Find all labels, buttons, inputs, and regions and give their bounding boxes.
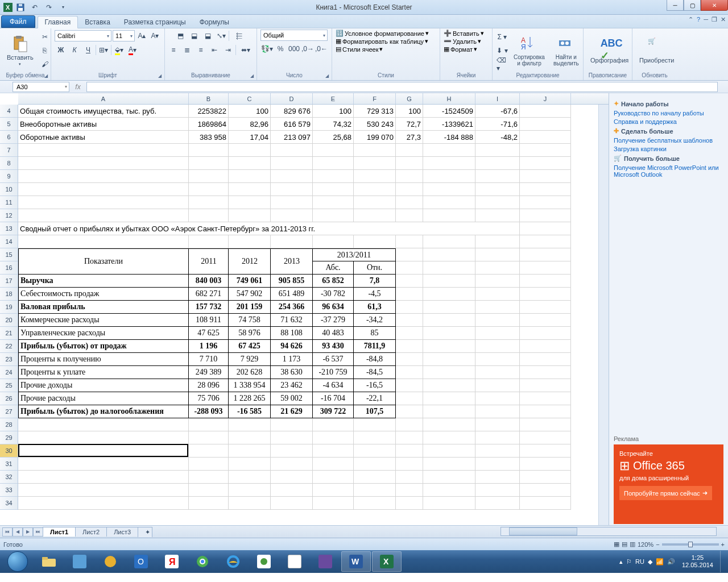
name-box[interactable]: A30	[13, 82, 69, 92]
cell[interactable]: 82,96	[229, 118, 271, 131]
cell[interactable]	[18, 418, 189, 431]
cell[interactable]: 7,8	[354, 275, 396, 288]
maximize-button[interactable]: ▢	[684, 0, 701, 11]
cell[interactable]	[229, 248, 271, 261]
cell[interactable]	[271, 209, 313, 222]
cell[interactable]	[475, 235, 520, 248]
cell[interactable]	[229, 431, 271, 444]
font-name-select[interactable]: Calibri	[55, 30, 111, 41]
dec-decimal-icon[interactable]: ,0←	[315, 43, 328, 55]
cell[interactable]	[520, 484, 571, 497]
doc-minimize-icon[interactable]: ─	[704, 16, 708, 23]
cell[interactable]: Прочие расходы	[18, 392, 189, 405]
tray-clock[interactable]: 1:2512.05.2014	[679, 554, 717, 569]
cell[interactable]	[520, 444, 571, 458]
cell[interactable]: 75 706	[189, 392, 229, 405]
cell[interactable]	[271, 261, 313, 275]
cell[interactable]: 59 002	[271, 392, 313, 405]
cell[interactable]	[313, 431, 354, 444]
doc-restore-icon[interactable]: ❐	[712, 16, 717, 23]
row-header-32[interactable]: 32	[0, 471, 18, 484]
cell[interactable]	[313, 170, 354, 183]
cell[interactable]	[423, 431, 475, 444]
sheet-tab-3[interactable]: Лист3	[106, 527, 138, 537]
cell[interactable]: 17,04	[229, 131, 271, 144]
cell[interactable]	[423, 248, 475, 261]
cell[interactable]	[313, 471, 354, 484]
cell[interactable]	[423, 444, 475, 458]
cell[interactable]: 25,68	[313, 131, 354, 144]
sp-link-clipart[interactable]: Загрузка картинки	[614, 146, 723, 152]
cell[interactable]	[18, 248, 189, 261]
row-header-10[interactable]: 10	[0, 183, 18, 196]
file-tab[interactable]: Файл	[1, 15, 35, 28]
view-break-icon[interactable]: ▥	[630, 541, 635, 548]
cell[interactable]	[313, 209, 354, 222]
cell[interactable]	[423, 196, 475, 209]
view-normal-icon[interactable]: ▦	[614, 541, 619, 548]
cell[interactable]: 749 061	[229, 275, 271, 288]
cell[interactable]	[313, 157, 354, 170]
row-header-7[interactable]: 7	[0, 144, 18, 157]
cell[interactable]: 157 732	[189, 301, 229, 314]
row-header-13[interactable]: 13	[0, 222, 18, 235]
cell[interactable]	[189, 183, 229, 196]
cell[interactable]	[396, 170, 423, 183]
cell[interactable]: 1 338 954	[229, 379, 271, 392]
cell[interactable]	[229, 458, 271, 471]
row-header-25[interactable]: 25	[0, 379, 18, 392]
view-layout-icon[interactable]: ▤	[622, 541, 627, 548]
upgrade-button[interactable]: 🛒Приобрести	[636, 36, 678, 65]
cell[interactable]	[354, 183, 396, 196]
cell[interactable]	[423, 144, 475, 157]
formula-bar[interactable]	[86, 82, 718, 92]
cell[interactable]: 840 003	[189, 275, 229, 288]
cell[interactable]	[354, 497, 396, 510]
cell[interactable]	[189, 458, 229, 471]
cell[interactable]	[189, 261, 229, 275]
align-launcher[interactable]: ◢	[249, 72, 255, 79]
cell[interactable]	[423, 183, 475, 196]
cell[interactable]	[18, 444, 189, 458]
cell[interactable]: 107,5	[354, 405, 396, 418]
align-bottom-icon[interactable]: ⬓	[201, 30, 214, 42]
merge-icon[interactable]: ⬌▾	[237, 44, 254, 56]
cell[interactable]	[520, 131, 571, 144]
cell[interactable]: 61,3	[354, 301, 396, 314]
new-sheet-button[interactable]: ✦	[138, 527, 152, 537]
fx-icon[interactable]: fx	[69, 83, 86, 91]
doc-close-icon[interactable]: ✕	[721, 16, 726, 23]
cell[interactable]	[475, 431, 520, 444]
row-header-22[interactable]: 22	[0, 340, 18, 353]
cell[interactable]: Проценты к получению	[18, 353, 189, 366]
cell[interactable]	[18, 431, 189, 444]
cell[interactable]: 100	[396, 105, 423, 118]
cell[interactable]	[354, 458, 396, 471]
zoom-out-button[interactable]: −	[656, 541, 659, 548]
minimize-button[interactable]: ─	[667, 0, 684, 11]
cell[interactable]	[423, 288, 475, 301]
cell[interactable]	[520, 418, 571, 431]
row-header-31[interactable]: 31	[0, 458, 18, 471]
tray-network-icon[interactable]: 📶	[656, 558, 664, 566]
fill-color-icon[interactable]: ⬙▾	[113, 44, 125, 56]
cell[interactable]: -22,1	[354, 392, 396, 405]
cell[interactable]	[18, 196, 189, 209]
cell[interactable]: 7 710	[189, 353, 229, 366]
cell[interactable]	[475, 209, 520, 222]
cell[interactable]	[396, 484, 423, 497]
cell[interactable]	[354, 196, 396, 209]
cell[interactable]	[18, 157, 189, 170]
cell[interactable]	[189, 431, 229, 444]
cell[interactable]	[475, 248, 520, 261]
cell[interactable]	[271, 418, 313, 431]
cell[interactable]: 85	[354, 327, 396, 340]
cell[interactable]	[475, 275, 520, 288]
cell[interactable]	[423, 392, 475, 405]
cell[interactable]: Прибыль (убыток) до налогооблажения	[18, 405, 189, 418]
row-header-16[interactable]: 16	[0, 261, 18, 275]
cell[interactable]	[18, 144, 189, 157]
cell[interactable]	[475, 484, 520, 497]
cell[interactable]	[18, 497, 189, 510]
cell[interactable]	[229, 444, 271, 458]
